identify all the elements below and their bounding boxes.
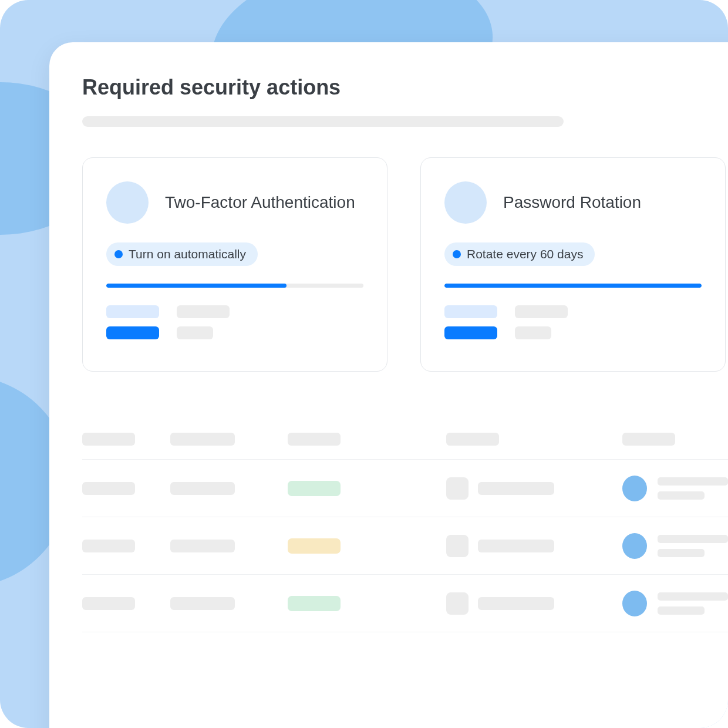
secondary-action-button[interactable] <box>515 326 551 339</box>
status-badge-green <box>288 481 341 496</box>
table-row[interactable] <box>82 460 728 517</box>
cell-placeholder <box>82 482 135 495</box>
item-icon <box>446 535 469 557</box>
cell-placeholder <box>478 597 554 610</box>
card-option-pill[interactable]: Turn on automatically <box>106 242 258 266</box>
dot-icon <box>453 250 461 258</box>
stat-placeholder <box>106 305 159 318</box>
progress-bar <box>444 284 702 288</box>
avatar-icon <box>622 533 647 559</box>
security-card-password-rotation[interactable]: Password Rotation Rotate every 60 days <box>420 157 726 372</box>
table-row[interactable] <box>82 517 728 575</box>
security-table <box>82 419 728 632</box>
pill-label: Turn on automatically <box>129 247 246 261</box>
security-card-two-factor[interactable]: Two-Factor Authentication Turn on automa… <box>82 157 387 372</box>
cell-placeholder <box>82 540 135 552</box>
user-label <box>658 535 728 557</box>
column-header <box>288 433 341 446</box>
column-header <box>170 433 235 446</box>
cell-placeholder <box>478 482 554 495</box>
progress-fill <box>444 284 702 288</box>
card-title: Password Rotation <box>503 193 641 212</box>
card-header: Password Rotation <box>444 181 702 224</box>
card-header: Two-Factor Authentication <box>106 181 363 224</box>
primary-action-button[interactable] <box>106 326 159 339</box>
dot-icon <box>114 250 123 258</box>
cell-placeholder <box>82 597 135 610</box>
cell-placeholder <box>478 540 554 552</box>
main-panel: Required security actions Two-Factor Aut… <box>49 42 728 728</box>
pill-label: Rotate every 60 days <box>467 247 583 261</box>
user-label <box>658 477 728 500</box>
user-label <box>658 592 728 615</box>
cell-placeholder <box>170 597 235 610</box>
primary-action-button[interactable] <box>444 326 497 339</box>
stat-placeholder <box>444 305 497 318</box>
page-title: Required security actions <box>82 75 728 100</box>
cell-placeholder <box>170 540 235 552</box>
item-icon <box>446 592 469 615</box>
card-title: Two-Factor Authentication <box>165 193 355 212</box>
card-option-pill[interactable]: Rotate every 60 days <box>444 242 595 266</box>
avatar-icon <box>622 591 647 616</box>
progress-bar <box>106 284 363 288</box>
column-header <box>622 433 675 446</box>
avatar-icon <box>622 476 647 501</box>
status-badge-yellow <box>288 538 341 554</box>
card-icon <box>444 181 487 224</box>
column-header <box>82 433 135 446</box>
card-icon <box>106 181 149 224</box>
status-badge-green <box>288 596 341 611</box>
secondary-action-button[interactable] <box>177 326 213 339</box>
subtitle-placeholder <box>82 116 564 127</box>
cards-row: Two-Factor Authentication Turn on automa… <box>82 157 728 372</box>
cell-placeholder <box>170 482 235 495</box>
column-header <box>446 433 499 446</box>
progress-fill <box>106 284 287 288</box>
stat-placeholder <box>177 305 230 318</box>
background-frame: Required security actions Two-Factor Aut… <box>0 0 728 728</box>
stat-placeholder <box>515 305 568 318</box>
table-header-row <box>82 419 728 460</box>
table-row[interactable] <box>82 575 728 632</box>
item-icon <box>446 477 469 500</box>
